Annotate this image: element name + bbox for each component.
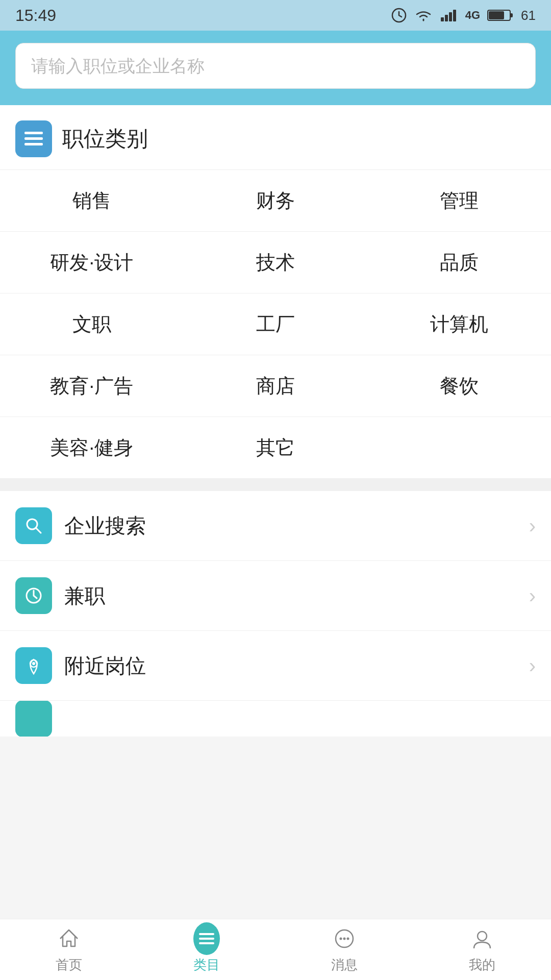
nav-mine[interactable]: 我的: [413, 919, 551, 980]
svg-point-21: [347, 938, 349, 940]
category-grid: 销售 财务 管理 研发·设计 技术 品质 文职 工厂 计算机 教育·广告 商店 …: [0, 170, 551, 479]
job-category-header: 职位类别: [0, 105, 551, 170]
partial-icon: [15, 701, 52, 737]
svg-point-20: [343, 938, 346, 940]
search-input[interactable]: [15, 43, 536, 89]
nav-home-label: 首页: [56, 956, 82, 974]
category-row-1: 销售 财务 管理: [0, 170, 551, 232]
category-row-3: 文职 工厂 计算机: [0, 293, 551, 355]
svg-rect-2: [445, 15, 448, 21]
bottom-nav: 首页 类目 消息: [0, 919, 551, 980]
enterprise-search-item[interactable]: 企业搜索 ›: [0, 491, 551, 561]
category-item-computer[interactable]: 计算机: [368, 293, 551, 355]
svg-rect-4: [453, 10, 456, 21]
svg-rect-1: [441, 17, 444, 21]
nav-category[interactable]: 类目: [138, 919, 276, 980]
category-item-other[interactable]: 其它: [184, 417, 367, 478]
clock-icon: [22, 584, 45, 607]
status-bar: 15:49 4G 61: [0, 0, 551, 31]
list-icon: [22, 128, 45, 150]
svg-point-22: [478, 932, 487, 941]
home-icon: [56, 925, 82, 952]
enterprise-search-icon-bg: [15, 507, 52, 544]
status-time: 15:49: [15, 6, 56, 25]
network-type: 4G: [465, 9, 480, 22]
nav-messages[interactable]: 消息: [276, 919, 413, 980]
category-icon: [15, 120, 52, 157]
enterprise-search-label: 企业搜索: [64, 512, 517, 540]
category-item-rnd-design[interactable]: 研发·设计: [0, 232, 184, 293]
svg-point-19: [340, 938, 342, 940]
category-row-5: 美容·健身 其它: [0, 417, 551, 479]
category-item-quality[interactable]: 品质: [368, 232, 551, 293]
svg-rect-10: [24, 143, 43, 145]
enterprise-search-arrow: ›: [529, 514, 536, 537]
category-item-tech[interactable]: 技术: [184, 232, 367, 293]
location-icon: [22, 654, 45, 677]
nav-mine-label: 我的: [469, 956, 495, 974]
category-item-management[interactable]: 管理: [368, 170, 551, 231]
nearby-jobs-label: 附近岗位: [64, 652, 517, 680]
signal-icon: [440, 8, 458, 22]
svg-rect-16: [199, 938, 214, 940]
svg-rect-6: [510, 13, 513, 17]
svg-rect-3: [449, 12, 452, 21]
battery-level: 61: [521, 8, 536, 23]
part-time-label: 兼职: [64, 582, 517, 610]
svg-rect-17: [199, 942, 214, 944]
list-section: 企业搜索 › 兼职 › 附近岗位 ›: [0, 491, 551, 737]
mine-icon: [469, 925, 495, 952]
svg-rect-15: [199, 933, 214, 935]
category-item-shop[interactable]: 商店: [184, 355, 367, 416]
category-item-empty: [368, 417, 551, 478]
section-divider: [0, 479, 551, 491]
category-item-sales[interactable]: 销售: [0, 170, 184, 231]
category-item-factory[interactable]: 工厂: [184, 293, 367, 355]
svg-rect-8: [24, 132, 43, 134]
svg-rect-9: [24, 137, 43, 140]
nav-category-label: 类目: [193, 956, 220, 974]
category-item-food[interactable]: 餐饮: [368, 355, 551, 416]
clock-status-icon: [391, 7, 407, 23]
part-time-item[interactable]: 兼职 ›: [0, 561, 551, 631]
nearby-jobs-item[interactable]: 附近岗位 ›: [0, 631, 551, 701]
svg-rect-7: [489, 11, 504, 19]
svg-point-14: [32, 662, 35, 665]
nav-messages-label: 消息: [331, 956, 358, 974]
category-item-finance[interactable]: 财务: [184, 170, 367, 231]
part-time-arrow: ›: [529, 584, 536, 607]
nav-home[interactable]: 首页: [0, 919, 138, 980]
part-time-icon-bg: [15, 577, 52, 614]
category-item-beauty[interactable]: 美容·健身: [0, 417, 184, 478]
nearby-jobs-arrow: ›: [529, 654, 536, 677]
partial-item: [0, 701, 551, 737]
category-row-4: 教育·广告 商店 餐饮: [0, 355, 551, 417]
category-item-clerical[interactable]: 文职: [0, 293, 184, 355]
category-item-edu-ad[interactable]: 教育·广告: [0, 355, 184, 416]
enterprise-search-icon: [22, 514, 45, 537]
category-nav-icon: [193, 925, 220, 952]
nearby-jobs-icon-bg: [15, 647, 52, 684]
battery-icon: [487, 9, 514, 22]
section-title: 职位类别: [62, 125, 148, 153]
category-row-2: 研发·设计 技术 品质: [0, 232, 551, 293]
messages-icon: [331, 925, 358, 952]
wifi-icon: [414, 8, 433, 22]
search-header: [0, 31, 551, 105]
status-icons: 4G 61: [391, 7, 536, 23]
